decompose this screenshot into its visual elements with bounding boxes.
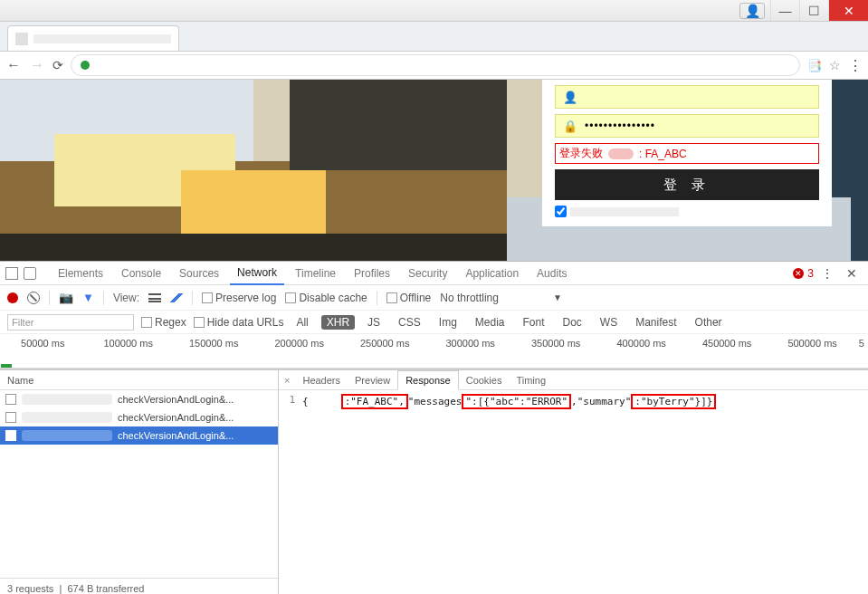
tab-security[interactable]: Security	[401, 262, 454, 285]
maximize-button[interactable]: ☐	[799, 0, 828, 21]
filter-js[interactable]: JS	[362, 315, 386, 330]
chevron-down-icon[interactable]: ▼	[553, 292, 562, 302]
password-field[interactable]: 🔒	[555, 114, 819, 138]
timeline-tick: 200000 ms	[256, 334, 341, 368]
filter-other[interactable]: Other	[690, 315, 728, 330]
timeline-tick: 250000 ms	[342, 334, 427, 368]
browser-tab[interactable]	[7, 25, 179, 51]
tab-network[interactable]: Network	[230, 262, 284, 285]
minimize-button[interactable]: —	[770, 0, 799, 21]
filter-ws[interactable]: WS	[595, 315, 623, 330]
filter-doc[interactable]: Doc	[558, 315, 587, 330]
disable-cache-checkbox[interactable]: Disable cache	[285, 292, 367, 304]
browser-toolbar: ← → ⟳ 📑 ☆ ⋮	[0, 51, 868, 80]
password-input[interactable]	[585, 120, 811, 132]
request-list-header[interactable]: Name	[0, 370, 278, 390]
tab-sources[interactable]: Sources	[172, 262, 226, 285]
dtab-response[interactable]: Response	[397, 370, 459, 390]
request-row[interactable]: checkVersionAndLogin&...	[0, 390, 278, 408]
timeline-tick: 300000 ms	[427, 334, 512, 368]
devtools-close[interactable]: ✕	[841, 266, 863, 281]
hide-data-urls-checkbox[interactable]: Hide data URLs	[194, 316, 284, 329]
tab-console[interactable]: Console	[114, 262, 168, 285]
menu-button[interactable]: ⋮	[848, 57, 863, 74]
url-input[interactable]	[95, 59, 790, 72]
lock-icon: 🔒	[563, 120, 577, 133]
timeline-tick: 50000 ms	[0, 334, 85, 368]
dtab-cookies[interactable]: Cookies	[459, 370, 510, 390]
request-row[interactable]: checkVersionAndLogin&...	[0, 426, 278, 445]
view-label: View:	[113, 292, 139, 304]
timeline-tick: 450000 ms	[684, 334, 769, 368]
clear-button[interactable]	[27, 292, 40, 304]
timeline-tick: 150000 ms	[171, 334, 256, 368]
error-code: : FA_ABC	[639, 148, 687, 160]
dtab-timing[interactable]: Timing	[509, 370, 553, 390]
user-icon: 👤	[563, 91, 577, 104]
screenshot-icon[interactable]: 📷	[59, 291, 73, 304]
login-error: 登录失败 : FA_ABC	[555, 143, 819, 164]
preserve-log-checkbox[interactable]: Preserve log	[202, 292, 276, 304]
error-mask	[608, 148, 634, 159]
timeline-tick: 400000 ms	[598, 334, 683, 368]
remember-checkbox[interactable]	[555, 206, 567, 217]
tab-application[interactable]: Application	[458, 262, 526, 285]
request-list: checkVersionAndLogin&... checkVersionAnd…	[0, 390, 278, 578]
filter-css[interactable]: CSS	[393, 315, 426, 330]
username-field[interactable]: 👤	[555, 85, 819, 109]
highlight-box: ":[{"abc":"ERROR"	[462, 394, 571, 409]
request-row[interactable]: checkVersionAndLogin&...	[0, 408, 278, 426]
filter-xhr[interactable]: XHR	[321, 315, 355, 330]
star-icon[interactable]: ☆	[829, 58, 841, 72]
bookmark-pin-icon[interactable]: 📑	[807, 59, 822, 72]
timeline-marker	[1, 364, 12, 368]
network-toolbar: 📷 ▼ View: Preserve log Disable cache Off…	[0, 285, 868, 311]
tab-title	[33, 34, 171, 43]
request-list-footer: 3 requests | 674 B transferred	[0, 578, 278, 594]
filter-img[interactable]: Img	[434, 315, 463, 330]
highlight-box: :"byTerry"}]}	[631, 394, 716, 409]
filter-media[interactable]: Media	[470, 315, 510, 330]
waterfall-view-icon[interactable]	[170, 293, 183, 302]
request-list-panel: Name checkVersionAndLogin&... checkVersi…	[0, 370, 279, 594]
tab-elements[interactable]: Elements	[51, 262, 110, 285]
regex-checkbox[interactable]: Regex	[141, 316, 186, 329]
inspect-icon[interactable]	[5, 267, 18, 280]
record-button[interactable]	[7, 292, 18, 303]
browser-tabstrip	[0, 22, 868, 51]
tab-profiles[interactable]: Profiles	[347, 262, 397, 285]
filter-toggle-icon[interactable]: ▼	[82, 291, 94, 304]
timeline-tick: 5	[855, 334, 868, 368]
timeline-tick: 100000 ms	[85, 334, 170, 368]
reload-button[interactable]: ⟳	[52, 58, 63, 72]
list-view-icon[interactable]	[148, 293, 161, 302]
devtools-menu[interactable]: ⋮	[817, 266, 837, 281]
timeline-tick: 350000 ms	[513, 334, 598, 368]
error-badge[interactable]: ✕3	[793, 267, 814, 280]
detail-tabbar: × Headers Preview Response Cookies Timin…	[279, 370, 868, 390]
filter-font[interactable]: Font	[518, 315, 550, 330]
response-body[interactable]: 1 {:"FA_ABC","messages":[{"abc":"ERROR",…	[279, 390, 868, 594]
tab-audits[interactable]: Audits	[529, 262, 574, 285]
window-close-button[interactable]: ✕	[828, 0, 868, 21]
offline-checkbox[interactable]: Offline	[386, 292, 431, 304]
timeline-tick: 500000 ms	[769, 334, 854, 368]
dtab-preview[interactable]: Preview	[348, 370, 397, 390]
username-input[interactable]	[585, 91, 811, 103]
filter-manifest[interactable]: Manifest	[630, 315, 682, 330]
tab-timeline[interactable]: Timeline	[288, 262, 343, 285]
address-bar[interactable]	[71, 54, 800, 76]
detail-close-button[interactable]: ×	[279, 375, 295, 386]
throttling-select[interactable]: No throttling	[440, 292, 499, 304]
filter-all[interactable]: All	[291, 315, 313, 330]
login-button[interactable]: 登 录	[555, 169, 819, 200]
page-viewport: 👤 🔒 登录失败 : FA_ABC 登 录	[0, 80, 868, 261]
user-icon[interactable]: 👤	[739, 3, 765, 19]
back-button[interactable]: ←	[5, 57, 22, 73]
device-toggle-icon[interactable]	[24, 267, 36, 280]
filter-input[interactable]: Filter	[7, 314, 134, 331]
devtools-tabbar: Elements Console Sources Network Timelin…	[0, 262, 868, 285]
network-timeline[interactable]: 50000 ms 100000 ms 150000 ms 200000 ms 2…	[0, 334, 868, 369]
dtab-headers[interactable]: Headers	[295, 370, 348, 390]
forward-button[interactable]: →	[29, 57, 45, 73]
